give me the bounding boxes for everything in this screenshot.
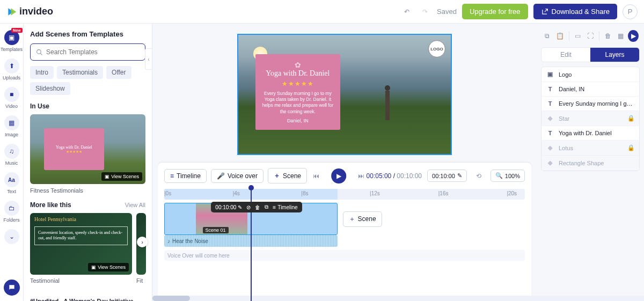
layer-yoga[interactable]: TYoga with Dr. Daniel	[541, 126, 639, 141]
resize-button[interactable]: ⛶	[585, 30, 596, 42]
view-scenes-button[interactable]: ▣ View Scenes	[101, 172, 142, 181]
loop-button[interactable]: ⟲	[472, 170, 485, 182]
nav-music[interactable]: ♫Music	[0, 141, 24, 169]
svg-point-0	[37, 49, 41, 54]
layer-star[interactable]: ◆Star🔒	[541, 111, 639, 126]
clip-duplicate-button[interactable]: ⧉	[265, 204, 268, 210]
hotel-quote: Convenient location, speedy check-in and…	[34, 226, 128, 245]
text-layer-icon: T	[546, 130, 554, 136]
layer-lotus[interactable]: ◆Lotus🔒	[541, 141, 639, 156]
add-scene-button[interactable]: ＋Scene	[268, 168, 307, 183]
hotel-name: Hotel Pennsylvania	[30, 213, 132, 225]
shape-layer-icon: ◆	[546, 144, 554, 151]
logo-layer-icon: ▣	[546, 71, 554, 78]
clip-duration[interactable]: 00:10:00 ✎	[215, 204, 242, 210]
collapse-panel-button[interactable]: ‹	[145, 48, 152, 70]
video-preview[interactable]: LOGO ✿ Yoga with Dr. Daniel ★★★★★ Every …	[237, 34, 452, 155]
delete-button[interactable]: 🗑	[603, 30, 613, 42]
music-icon: ♫	[4, 144, 19, 159]
testimonial-card[interactable]: ✿ Yoga with Dr. Daniel ★★★★★ Every Sunda…	[255, 54, 340, 130]
clip-toolbar: 00:10:00 ✎ ⊘ 🗑 ⧉ ≡ Timeline	[211, 202, 302, 212]
shape-layer-icon: ◆	[546, 159, 554, 166]
scroll-right-button[interactable]: ›	[137, 237, 148, 247]
next-button[interactable]: ⏭	[355, 170, 368, 182]
card-author: Daniel, IN	[261, 118, 335, 123]
tab-layers[interactable]: Layers	[590, 48, 639, 62]
campaign-row: #Unedited - A Women's Day Initiative Vie…	[30, 298, 145, 301]
layer-rect[interactable]: ◆Rectangle Shape	[541, 156, 639, 171]
chevron-down-icon: ⌄	[4, 229, 19, 244]
user-avatar[interactable]: P	[623, 4, 638, 19]
nav-video[interactable]: ■Video	[0, 84, 24, 112]
external-icon	[541, 8, 548, 16]
topbar: invideo ↶ ↷ Saved Upgrade for free Downl…	[0, 0, 644, 24]
chip-slideshow[interactable]: Slideshow	[30, 82, 70, 95]
text-icon: Aa	[4, 172, 19, 187]
new-badge: New	[11, 28, 22, 33]
grid-button[interactable]: ▦	[616, 30, 626, 42]
view-scenes-button[interactable]: ▣ View Scenes	[88, 263, 129, 271]
layer-every[interactable]: TEvery Sunday morning I go ...	[541, 97, 639, 111]
layer-daniel[interactable]: TDaniel, IN	[541, 82, 639, 97]
align-button[interactable]: ▭	[572, 30, 583, 42]
brand-text: invideo	[19, 6, 53, 17]
tab-edit[interactable]: Edit	[541, 48, 590, 62]
logo-icon	[6, 6, 17, 17]
brand-logo[interactable]: invideo	[6, 6, 53, 17]
text-layer-icon: T	[546, 86, 554, 92]
time-display: 00:05:00 / 00:10:00	[367, 172, 422, 180]
shape-layer-icon: ◆	[546, 115, 554, 122]
chat-icon	[8, 284, 16, 291]
card-title: Yoga with Dr. Daniel	[261, 69, 335, 78]
star-rating: ★★★★★	[261, 80, 335, 87]
lock-icon: 🔒	[627, 144, 635, 151]
voiceover-track[interactable]: Voice Over will come here	[164, 250, 525, 261]
in-use-heading: In Use	[30, 102, 49, 110]
download-share-button[interactable]: Download & Share	[533, 4, 617, 19]
nav-rail: New ▣ Templates ⬆Uploads ■Video ▦Image ♫…	[0, 24, 24, 301]
horizontal-scrollbar[interactable]	[152, 296, 644, 301]
view-all-link[interactable]: View All	[125, 202, 145, 208]
play-button[interactable]: ▶	[331, 168, 346, 183]
layers-panel: ⧉ 📋 ▭ ⛶ 🗑 ▦ ▶ Edit Layers ▣Logo TDaniel,…	[537, 24, 644, 301]
voiceover-button[interactable]: 🎤Voice over	[211, 169, 264, 183]
folder-icon: 🗀	[4, 201, 19, 216]
nav-image[interactable]: ▦Image	[0, 112, 24, 141]
copy-button[interactable]: ⧉	[542, 30, 553, 42]
layer-logo[interactable]: ▣Logo	[541, 67, 639, 82]
lock-icon: 🔒	[627, 115, 635, 122]
nav-text[interactable]: AaText	[0, 169, 24, 197]
add-scene-inline-button[interactable]: ＋Scene	[343, 211, 382, 227]
nav-more[interactable]: ⌄	[0, 226, 24, 247]
search-templates[interactable]	[30, 43, 145, 61]
person-figure	[379, 85, 396, 144]
templates-panel: ‹ Add Scenes from Templates Intro Testim…	[24, 24, 152, 301]
clip-delete-button[interactable]: 🗑	[255, 204, 260, 210]
prev-button[interactable]: ⏮	[310, 170, 323, 182]
chip-offer[interactable]: Offer	[106, 66, 131, 79]
chat-button[interactable]	[4, 280, 20, 296]
redo-button[interactable]: ↷	[419, 5, 431, 18]
logo-placeholder[interactable]: LOGO	[428, 40, 445, 57]
nav-uploads[interactable]: ⬆Uploads	[0, 55, 24, 84]
play-layer-button[interactable]: ▶	[628, 30, 639, 42]
time-ruler[interactable]: |0s |4s |8s |12s |16s |20s	[164, 189, 525, 200]
search-input[interactable]	[46, 48, 140, 56]
card-body: Every Sunday morning I go to my Yoga cla…	[261, 91, 335, 115]
zoom-pill[interactable]: 🔍 100%	[491, 170, 525, 182]
chip-testimonials[interactable]: Testimonials	[57, 66, 103, 79]
paste-button[interactable]: 📋	[555, 30, 566, 42]
chip-intro[interactable]: Intro	[30, 66, 54, 79]
nav-templates[interactable]: New ▣ Templates	[0, 27, 24, 55]
template-card-hotel[interactable]: Hotel Pennsylvania Convenient location, …	[30, 213, 132, 275]
undo-button[interactable]: ↶	[400, 5, 413, 18]
clip-crop-button[interactable]: ⊘	[246, 204, 251, 210]
timeline-button[interactable]: ≡Timeline	[164, 169, 207, 183]
clip-timeline-button[interactable]: ≡ Timeline	[273, 204, 297, 210]
nav-folders[interactable]: 🗀Folders	[0, 197, 24, 226]
upgrade-button[interactable]: Upgrade for free	[462, 4, 528, 19]
template-card-fitness[interactable]: Yoga with Dr. Daniel ★★★★★ ▣ View Scenes	[30, 114, 145, 184]
card-caption: Testimonial	[30, 277, 132, 286]
duration-pill[interactable]: 00:10:00 ✎	[427, 170, 467, 182]
clip-label: Scene 01	[203, 227, 229, 233]
